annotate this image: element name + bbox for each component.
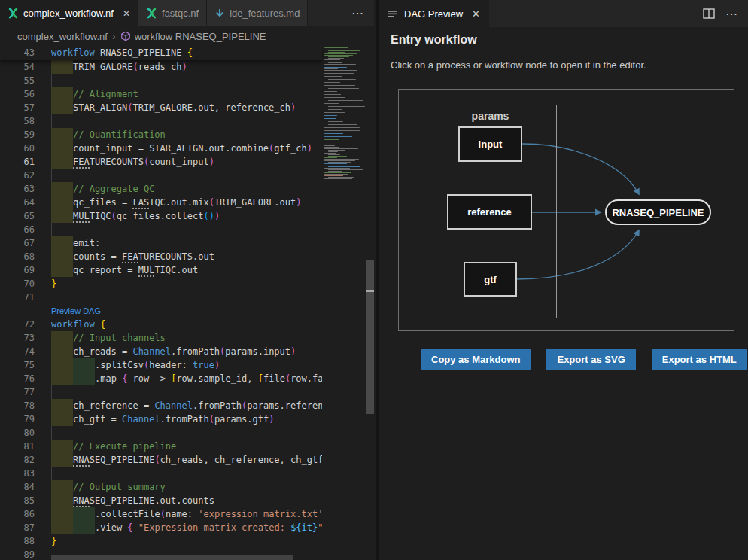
indent-highlight [73,507,95,521]
indent-highlight [51,128,73,142]
line-number: 66 [0,223,51,236]
code-line[interactable]: 70} [0,277,322,291]
sticky-scroll-line[interactable]: 43workflow RNASEQ_PIPELINE { [0,46,322,60]
editor-group: complex_workflow.nf✕ fastqc.nf ide_featu… [0,0,374,560]
code-line[interactable]: 54TRIM_GALORE(reads_ch) [0,60,322,74]
editor-tab-bar: complex_workflow.nf✕ fastqc.nf ide_featu… [0,0,374,26]
panel-header: DAG Preview ✕ ⋯ [379,0,748,27]
code-line[interactable]: 56// Alignment [0,87,322,101]
line-number: 56 [0,87,51,101]
indent-highlight [51,196,73,209]
indent-guide [51,114,52,128]
indent-guide [51,467,52,480]
tab-dag-preview[interactable]: DAG Preview ✕ [379,0,489,27]
minimap[interactable] [322,46,366,560]
code-line[interactable]: 84// Output summary [0,480,322,494]
code-line[interactable]: 77 [0,385,322,399]
breadcrumb-file[interactable]: complex_workflow.nf [14,31,108,42]
code-line[interactable]: 58 [0,114,322,128]
line-number: 76 [0,372,51,385]
code-line[interactable]: 81// Execute pipeline [0,440,322,453]
code-line[interactable]: 73// Input channels [0,331,322,345]
more-actions-icon[interactable]: ⋯ [725,7,737,21]
close-icon[interactable]: ✕ [123,9,130,18]
line-number: 81 [0,440,51,453]
export-as-svg-button[interactable]: Export as SVG [546,349,635,370]
dag-preview-panel: DAG Preview ✕ ⋯ Entry workflow Click on … [376,0,748,560]
code-line[interactable]: 55 [0,74,322,87]
code-line[interactable]: 69qc_report = MULTIQC.out [0,263,322,277]
markdown-download-icon [214,8,225,19]
close-icon[interactable]: ✕ [472,8,480,20]
tab-bar-more-icon[interactable]: ⋯ [341,0,374,26]
code-line[interactable]: 43workflow RNASEQ_PIPELINE { [0,46,322,59]
code-line[interactable]: 57STAR_ALIGN(TRIM_GALORE.out, reference_… [0,101,322,114]
code-line[interactable]: 79ch_gtf = Channel.fromPath(params.gtf) [0,412,322,426]
line-number: 70 [0,277,51,291]
vertical-scrollbar-thumb[interactable] [366,260,374,414]
dag-node-gtf[interactable]: gtf [464,262,517,297]
code-line[interactable]: 85RNASEQ_PIPELINE.out.counts [0,494,322,507]
split-editor-icon[interactable] [703,8,715,19]
code-line[interactable]: 62 [0,169,322,182]
indent-highlight [51,399,73,412]
tab-complex-workflow-nf[interactable]: complex_workflow.nf✕ [0,0,138,26]
panel-actions: ⋯ [703,0,748,27]
code-line[interactable]: 59// Quantification [0,128,322,142]
code-line[interactable]: 76.map { row -> [row.sample_id, [file(ro… [0,372,322,385]
line-number: 62 [0,169,51,182]
indent-highlight [73,358,95,372]
dag-node-input[interactable]: input [458,126,522,162]
dag-node-rnaseq_pipeline[interactable]: RNASEQ_PIPELINE [605,199,711,225]
line-number: 80 [0,426,51,440]
code-line[interactable]: 78ch_reference = Channel.fromPath(params… [0,399,322,412]
tab-fastqc-nf[interactable]: fastqc.nf [138,0,207,26]
tab-label: fastqc.nf [162,8,199,19]
line-number: 55 [0,74,51,87]
symbol-module-icon [120,31,131,41]
code-line[interactable]: 67emit: [0,236,322,250]
line-number: 84 [0,480,51,494]
nextflow-icon [146,8,157,19]
panel-tab-title: DAG Preview [404,8,463,20]
indent-highlight [51,236,73,250]
code-line[interactable]: 82RNASEQ_PIPELINE(ch_reads, ch_reference… [0,453,322,467]
line-number: 59 [0,128,51,142]
code-line[interactable]: 60count_input = STAR_ALIGN.out.combine(g… [0,142,322,155]
indent-highlight [51,263,73,277]
export-as-html-button[interactable]: Export as HTML [652,349,747,370]
breadcrumb-separator: › [112,30,116,42]
code-line[interactable]: 63// Aggregate QC [0,182,322,196]
code-line[interactable]: 72workflow { [0,318,322,331]
code-line[interactable]: 86.collectFile(name: 'expression_matrix.… [0,507,322,521]
code-line[interactable]: 68counts = FEATURECOUNTS.out [0,250,322,263]
tab-ide-features-md[interactable]: ide_features.md [207,0,308,26]
preview-list-icon [388,8,398,19]
page-title: Entry workflow [391,33,477,47]
code-line[interactable]: 61FEATURECOUNTS(count_input) [0,155,322,169]
code-line[interactable]: 75.splitCsv(header: true) [0,358,322,372]
copy-as-markdown-button[interactable]: Copy as Markdown [421,349,531,370]
line-number: 69 [0,263,51,277]
indent-highlight [51,331,73,345]
codelens-preview-dag-link[interactable]: Preview DAG [51,306,101,315]
vertical-scrollbar[interactable] [366,46,374,560]
code-line[interactable]: 88} [0,534,322,548]
line-number: 79 [0,412,51,426]
codelens-row: Preview DAG [0,304,322,318]
line-number: 72 [0,318,51,331]
code-line[interactable]: 87.view { "Expression matrix created: ${… [0,521,322,534]
horizontal-scrollbar-thumb[interactable] [51,555,293,560]
code-line[interactable]: 80 [0,426,322,440]
code-line[interactable]: 74ch_reads = Channel.fromPath(params.inp… [0,345,322,358]
code-line[interactable]: 65MULTIQC(qc_files.collect()) [0,209,322,223]
code-line[interactable]: 66 [0,223,322,236]
code-line[interactable]: 83 [0,467,322,480]
indent-highlight [51,372,73,385]
dag-node-reference[interactable]: reference [447,194,532,230]
code-line[interactable]: 64qc_files = FASTQC.out.mix(TRIM_GALORE.… [0,196,322,209]
code-editor[interactable]: 54TRIM_GALORE(reads_ch)5556// Alignment5… [0,46,374,560]
indent-highlight [51,345,73,358]
breadcrumb-symbol[interactable]: workflow RNASEQ_PIPELINE [120,31,266,42]
code-line[interactable]: 71 [0,291,322,304]
